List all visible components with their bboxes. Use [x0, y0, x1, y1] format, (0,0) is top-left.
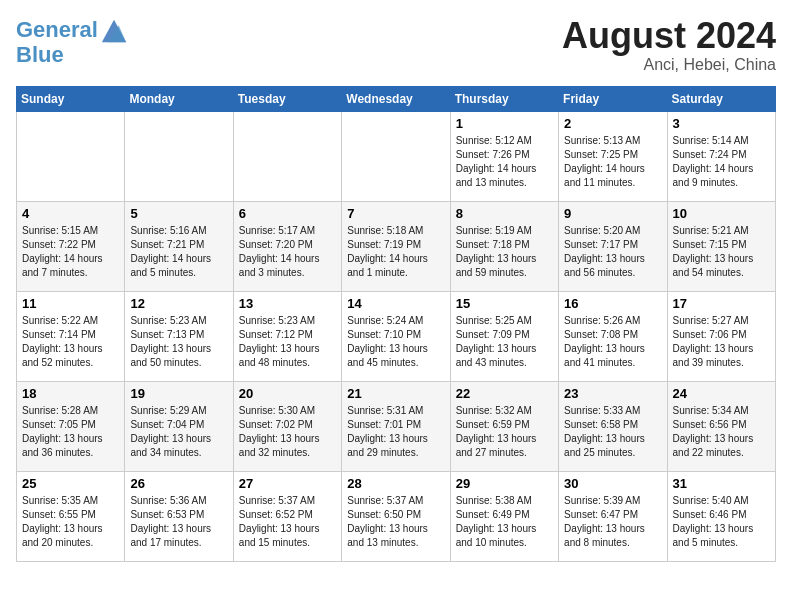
day-number: 17 — [673, 296, 770, 311]
logo-text-blue: Blue — [16, 44, 128, 66]
calendar-cell: 7Sunrise: 5:18 AM Sunset: 7:19 PM Daylig… — [342, 201, 450, 291]
calendar-cell: 27Sunrise: 5:37 AM Sunset: 6:52 PM Dayli… — [233, 471, 341, 561]
day-number: 15 — [456, 296, 553, 311]
calendar-cell: 18Sunrise: 5:28 AM Sunset: 7:05 PM Dayli… — [17, 381, 125, 471]
calendar-cell: 21Sunrise: 5:31 AM Sunset: 7:01 PM Dayli… — [342, 381, 450, 471]
day-number: 5 — [130, 206, 227, 221]
calendar-cell: 23Sunrise: 5:33 AM Sunset: 6:58 PM Dayli… — [559, 381, 667, 471]
day-number: 21 — [347, 386, 444, 401]
day-info: Sunrise: 5:32 AM Sunset: 6:59 PM Dayligh… — [456, 404, 553, 460]
calendar-cell: 20Sunrise: 5:30 AM Sunset: 7:02 PM Dayli… — [233, 381, 341, 471]
logo-text: General — [16, 19, 98, 41]
calendar-cell: 25Sunrise: 5:35 AM Sunset: 6:55 PM Dayli… — [17, 471, 125, 561]
day-number: 29 — [456, 476, 553, 491]
day-number: 18 — [22, 386, 119, 401]
calendar-cell — [125, 111, 233, 201]
day-number: 8 — [456, 206, 553, 221]
calendar-cell: 2Sunrise: 5:13 AM Sunset: 7:25 PM Daylig… — [559, 111, 667, 201]
calendar-cell — [342, 111, 450, 201]
day-info: Sunrise: 5:35 AM Sunset: 6:55 PM Dayligh… — [22, 494, 119, 550]
day-info: Sunrise: 5:36 AM Sunset: 6:53 PM Dayligh… — [130, 494, 227, 550]
calendar-cell: 15Sunrise: 5:25 AM Sunset: 7:09 PM Dayli… — [450, 291, 558, 381]
day-number: 22 — [456, 386, 553, 401]
day-info: Sunrise: 5:23 AM Sunset: 7:12 PM Dayligh… — [239, 314, 336, 370]
day-number: 16 — [564, 296, 661, 311]
calendar-cell — [17, 111, 125, 201]
weekday-header-thursday: Thursday — [450, 86, 558, 111]
calendar-cell: 12Sunrise: 5:23 AM Sunset: 7:13 PM Dayli… — [125, 291, 233, 381]
calendar-cell: 31Sunrise: 5:40 AM Sunset: 6:46 PM Dayli… — [667, 471, 775, 561]
day-info: Sunrise: 5:14 AM Sunset: 7:24 PM Dayligh… — [673, 134, 770, 190]
day-info: Sunrise: 5:17 AM Sunset: 7:20 PM Dayligh… — [239, 224, 336, 280]
calendar-cell: 29Sunrise: 5:38 AM Sunset: 6:49 PM Dayli… — [450, 471, 558, 561]
day-info: Sunrise: 5:40 AM Sunset: 6:46 PM Dayligh… — [673, 494, 770, 550]
day-info: Sunrise: 5:33 AM Sunset: 6:58 PM Dayligh… — [564, 404, 661, 460]
calendar-cell: 1Sunrise: 5:12 AM Sunset: 7:26 PM Daylig… — [450, 111, 558, 201]
day-number: 23 — [564, 386, 661, 401]
calendar-table: SundayMondayTuesdayWednesdayThursdayFrid… — [16, 86, 776, 562]
day-info: Sunrise: 5:37 AM Sunset: 6:52 PM Dayligh… — [239, 494, 336, 550]
day-info: Sunrise: 5:16 AM Sunset: 7:21 PM Dayligh… — [130, 224, 227, 280]
calendar-cell: 9Sunrise: 5:20 AM Sunset: 7:17 PM Daylig… — [559, 201, 667, 291]
day-info: Sunrise: 5:28 AM Sunset: 7:05 PM Dayligh… — [22, 404, 119, 460]
logo: General Blue — [16, 16, 128, 66]
day-info: Sunrise: 5:20 AM Sunset: 7:17 PM Dayligh… — [564, 224, 661, 280]
day-number: 25 — [22, 476, 119, 491]
day-number: 4 — [22, 206, 119, 221]
day-info: Sunrise: 5:29 AM Sunset: 7:04 PM Dayligh… — [130, 404, 227, 460]
day-number: 19 — [130, 386, 227, 401]
weekday-header-friday: Friday — [559, 86, 667, 111]
day-number: 11 — [22, 296, 119, 311]
day-number: 7 — [347, 206, 444, 221]
day-info: Sunrise: 5:34 AM Sunset: 6:56 PM Dayligh… — [673, 404, 770, 460]
day-number: 2 — [564, 116, 661, 131]
weekday-header-sunday: Sunday — [17, 86, 125, 111]
day-number: 30 — [564, 476, 661, 491]
day-number: 10 — [673, 206, 770, 221]
calendar-cell: 28Sunrise: 5:37 AM Sunset: 6:50 PM Dayli… — [342, 471, 450, 561]
day-number: 31 — [673, 476, 770, 491]
weekday-header-tuesday: Tuesday — [233, 86, 341, 111]
day-info: Sunrise: 5:31 AM Sunset: 7:01 PM Dayligh… — [347, 404, 444, 460]
title-block: August 2024 Anci, Hebei, China — [562, 16, 776, 74]
calendar-cell: 8Sunrise: 5:19 AM Sunset: 7:18 PM Daylig… — [450, 201, 558, 291]
calendar-cell: 17Sunrise: 5:27 AM Sunset: 7:06 PM Dayli… — [667, 291, 775, 381]
weekday-header-saturday: Saturday — [667, 86, 775, 111]
calendar-cell: 26Sunrise: 5:36 AM Sunset: 6:53 PM Dayli… — [125, 471, 233, 561]
day-info: Sunrise: 5:21 AM Sunset: 7:15 PM Dayligh… — [673, 224, 770, 280]
day-info: Sunrise: 5:22 AM Sunset: 7:14 PM Dayligh… — [22, 314, 119, 370]
day-info: Sunrise: 5:27 AM Sunset: 7:06 PM Dayligh… — [673, 314, 770, 370]
calendar-cell: 14Sunrise: 5:24 AM Sunset: 7:10 PM Dayli… — [342, 291, 450, 381]
day-number: 14 — [347, 296, 444, 311]
calendar-cell: 11Sunrise: 5:22 AM Sunset: 7:14 PM Dayli… — [17, 291, 125, 381]
calendar-cell: 19Sunrise: 5:29 AM Sunset: 7:04 PM Dayli… — [125, 381, 233, 471]
calendar-cell: 6Sunrise: 5:17 AM Sunset: 7:20 PM Daylig… — [233, 201, 341, 291]
day-number: 6 — [239, 206, 336, 221]
day-info: Sunrise: 5:13 AM Sunset: 7:25 PM Dayligh… — [564, 134, 661, 190]
day-info: Sunrise: 5:38 AM Sunset: 6:49 PM Dayligh… — [456, 494, 553, 550]
day-number: 13 — [239, 296, 336, 311]
day-info: Sunrise: 5:30 AM Sunset: 7:02 PM Dayligh… — [239, 404, 336, 460]
calendar-cell — [233, 111, 341, 201]
day-info: Sunrise: 5:12 AM Sunset: 7:26 PM Dayligh… — [456, 134, 553, 190]
calendar-cell: 10Sunrise: 5:21 AM Sunset: 7:15 PM Dayli… — [667, 201, 775, 291]
day-info: Sunrise: 5:37 AM Sunset: 6:50 PM Dayligh… — [347, 494, 444, 550]
day-info: Sunrise: 5:23 AM Sunset: 7:13 PM Dayligh… — [130, 314, 227, 370]
weekday-header-monday: Monday — [125, 86, 233, 111]
calendar-cell: 4Sunrise: 5:15 AM Sunset: 7:22 PM Daylig… — [17, 201, 125, 291]
calendar-cell: 16Sunrise: 5:26 AM Sunset: 7:08 PM Dayli… — [559, 291, 667, 381]
day-info: Sunrise: 5:26 AM Sunset: 7:08 PM Dayligh… — [564, 314, 661, 370]
month-year: August 2024 — [562, 16, 776, 56]
day-info: Sunrise: 5:18 AM Sunset: 7:19 PM Dayligh… — [347, 224, 444, 280]
calendar-cell: 13Sunrise: 5:23 AM Sunset: 7:12 PM Dayli… — [233, 291, 341, 381]
day-number: 27 — [239, 476, 336, 491]
weekday-header-wednesday: Wednesday — [342, 86, 450, 111]
day-number: 24 — [673, 386, 770, 401]
location: Anci, Hebei, China — [562, 56, 776, 74]
day-number: 1 — [456, 116, 553, 131]
calendar-cell: 3Sunrise: 5:14 AM Sunset: 7:24 PM Daylig… — [667, 111, 775, 201]
day-info: Sunrise: 5:15 AM Sunset: 7:22 PM Dayligh… — [22, 224, 119, 280]
day-info: Sunrise: 5:24 AM Sunset: 7:10 PM Dayligh… — [347, 314, 444, 370]
page-header: General Blue August 2024 Anci, Hebei, Ch… — [16, 16, 776, 74]
day-number: 12 — [130, 296, 227, 311]
